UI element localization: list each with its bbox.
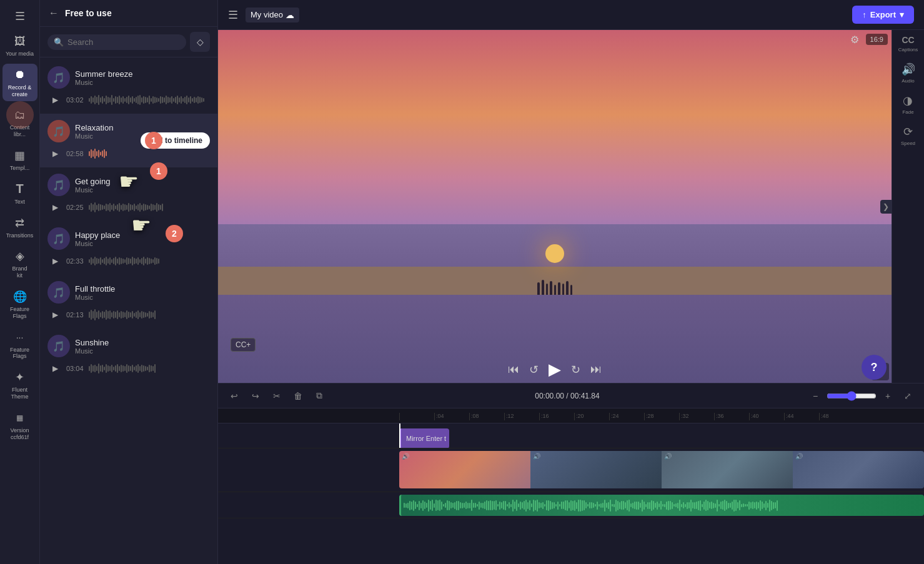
hamburger-menu-button[interactable]: ☰ (228, 8, 238, 22)
track-info-summer-breeze: Summer breeze Music (75, 69, 210, 86)
fade-label: Fade (902, 109, 913, 115)
back-button[interactable]: ← (47, 6, 60, 20)
track-icon-happy-place: 🎵 (47, 227, 70, 250)
track-name-happy-place: Happy place (75, 230, 210, 240)
track-duration-sunshine: 03:04 (66, 365, 85, 372)
captions-label: Captions (898, 47, 918, 52)
track-duration-full-throttle: 02:13 (66, 311, 85, 319)
zoom-controls: − + ⤢ (807, 387, 917, 405)
track-icon-relaxation: 🎵 (47, 120, 70, 142)
undo-button[interactable]: ↩ (226, 387, 243, 405)
collapse-panel-button[interactable]: ❯ (880, 200, 892, 214)
sidebar-item-transitions[interactable]: ⇄ Transitions (2, 212, 37, 243)
export-icon: ↑ (862, 10, 867, 19)
play-pause-button[interactable]: ▶ (549, 360, 561, 379)
track-item-summer-breeze[interactable]: 🎵 Summer breeze Music ▶ 03:02 (40, 60, 217, 114)
sidebar-item-fluent-theme[interactable]: ✦ FluentTheme (2, 366, 37, 404)
sidebar-item-languages[interactable]: 🌐 Feature Flags (2, 285, 37, 324)
fluent-theme-icon: ✦ (12, 370, 27, 385)
zoom-slider[interactable] (827, 391, 877, 401)
sidebar-item-text[interactable]: T Text (2, 178, 37, 209)
cut-button[interactable]: ✂ (268, 387, 286, 405)
rewind-button[interactable]: ↺ (529, 363, 539, 377)
sidebar-item-version[interactable]: ▦ Versionccfd61f (2, 407, 37, 445)
play-button-full-throttle[interactable]: ▶ (47, 307, 62, 322)
cc-button[interactable]: CC+ (231, 338, 256, 352)
brand-label: Brandkit (12, 265, 27, 279)
track-item-relaxation[interactable]: 🎵 Relaxation Music ▶ 02:58 Add to timeli… (40, 114, 217, 167)
waveform-summer-breeze (89, 94, 210, 106)
version-label: Versionccfd61f (10, 427, 29, 441)
search-input[interactable] (67, 37, 180, 47)
play-button-happy-place[interactable]: ▶ (47, 254, 62, 269)
waveform-sunshine (89, 362, 210, 375)
track-duration: 03:02 (66, 96, 85, 104)
ruler-mark-9: :36 (714, 413, 749, 420)
sidebar-menu-btn[interactable]: ☰ (2, 5, 37, 27)
skip-forward-button[interactable]: ⏭ (590, 363, 602, 376)
total-time: 00:41.84 (570, 392, 600, 400)
duplicate-button[interactable]: ⧉ (310, 387, 328, 405)
right-panel-speed[interactable]: ⟳ Speed (901, 125, 915, 146)
play-button-get-going[interactable]: ▶ (47, 200, 62, 215)
sidebar-item-templates[interactable]: ▦ Templ... (2, 144, 37, 176)
settings-button[interactable]: ⚙ (850, 34, 859, 46)
time-separator: / (566, 392, 570, 400)
play-button-sunshine[interactable]: ▶ (47, 361, 62, 376)
sidebar-item-content-library[interactable]: 🗂 Contentlibr... (2, 104, 37, 142)
left-sidebar: ☰ 🖼 Your media ⏺ Record &create 🗂 Conten… (0, 0, 40, 564)
track-duration-get-going: 02:25 (66, 204, 85, 211)
help-button[interactable]: ? (862, 355, 887, 380)
right-panel-fade[interactable]: ◑ Fade (902, 94, 913, 115)
sky-layer (218, 30, 892, 242)
sidebar-item-brand[interactable]: ◈ Brandkit (2, 245, 37, 283)
silhouettes (537, 280, 572, 295)
audio-clip[interactable]: // Generate audio waveform bars inline f… (399, 495, 924, 516)
ruler-mark-7: :28 (644, 413, 679, 420)
play-button-summer-breeze[interactable]: ▶ (47, 92, 62, 107)
right-panel-captions[interactable]: CC Captions (898, 35, 918, 52)
sidebar-item-record[interactable]: ⏺ Record &create (2, 64, 37, 102)
feature-flags-icon: ··· (12, 330, 27, 345)
speed-icon: ⟳ (903, 125, 913, 139)
volume-icon-3: 🔊 (664, 453, 672, 460)
premium-filter-button[interactable]: ◇ (190, 32, 210, 52)
templates-label: Templ... (10, 165, 30, 172)
track-item-sunshine[interactable]: 🎵 Sunshine Music ▶ 03:04 (40, 329, 217, 382)
track-item-get-going[interactable]: 🎵 Get going Music ▶ 02:25 (40, 167, 217, 221)
fast-forward-button[interactable]: ↻ (571, 363, 580, 377)
track-category: Music (75, 79, 210, 86)
aspect-ratio-badge[interactable]: 16:9 (866, 34, 888, 45)
export-chevron-icon: ▾ (900, 10, 904, 19)
sidebar-item-feature-flags[interactable]: ··· FeatureFlags (2, 326, 37, 364)
track-item-full-throttle[interactable]: 🎵 Full throttle Music ▶ 02:13 (40, 275, 217, 329)
video-clip[interactable]: 🔊 🔊 🔊 🔊 (399, 451, 924, 488)
search-input-wrap: 🔍 (47, 34, 186, 50)
top-bar: ☰ My video ☁ ↑ Export ▾ (218, 0, 924, 30)
audio-waveform: // Generate audio waveform bars inline f… (404, 499, 922, 512)
right-panel-audio[interactable]: 🔊 Audio (902, 62, 915, 84)
track-info-happy-place: Happy place Music (75, 230, 210, 247)
zoom-out-button[interactable]: − (807, 387, 824, 405)
record-label: Record &create (8, 84, 32, 98)
delete-button[interactable]: 🗑 (289, 387, 307, 405)
timeline-tracks: Mirror Enter t 🔊 (218, 423, 924, 564)
fit-to-window-button[interactable]: ⤢ (899, 387, 917, 405)
title-clip-text: Mirror Enter t (406, 435, 446, 442)
title-clip[interactable]: Mirror Enter t (399, 428, 449, 448)
ruler-mark-11: :44 (784, 413, 819, 420)
export-button[interactable]: ↑ Export ▾ (852, 6, 914, 24)
redo-button[interactable]: ↪ (247, 387, 264, 405)
sidebar-item-your-media[interactable]: 🖼 Your media (2, 30, 37, 61)
track-item-happy-place[interactable]: 🎵 Happy place Music ▶ 02:33 (40, 221, 217, 275)
play-button-relaxation[interactable]: ▶ (47, 146, 62, 161)
track-icon-sunshine: 🎵 (47, 335, 70, 357)
timeline-time-display: 00:00.00 / 00:41.84 (332, 392, 803, 400)
zoom-in-button[interactable]: + (879, 387, 897, 405)
ruler-marks: :04 :08 :12 :16 :20 :24 :28 :32 :36 :40 … (399, 413, 854, 420)
track-icon-summer-breeze: 🎵 (47, 66, 70, 89)
my-video-tab[interactable]: My video ☁ (246, 7, 299, 22)
export-label: Export (870, 10, 896, 19)
track-category-get-going: Music (75, 186, 210, 194)
skip-back-button[interactable]: ⏮ (508, 363, 519, 376)
